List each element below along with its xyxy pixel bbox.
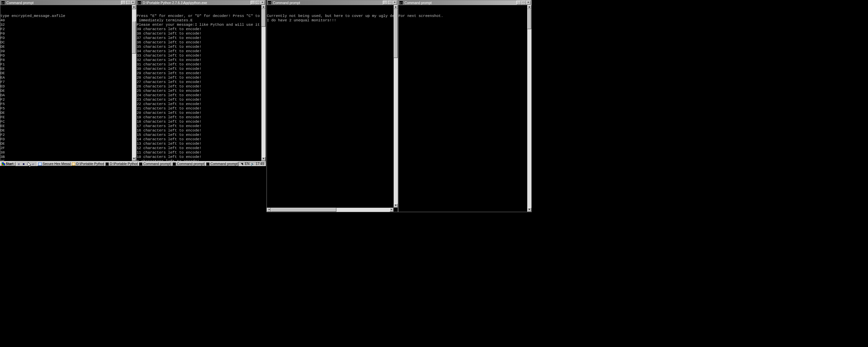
ie-icon [38, 162, 42, 166]
cmd-icon [105, 162, 109, 166]
console-window-3: c:\ Command prompt _ □ × Currently not b… [267, 0, 398, 212]
titlebar[interactable]: c:\ Command prompt _ □ × [267, 0, 398, 5]
console-window-2: c:\ D:\Portable Python 2.7.6.1\App\pytho… [136, 0, 266, 161]
taskbar-task-label: D:\Portable Python 2.7.6.1 [76, 162, 104, 166]
scroll-thumb[interactable] [527, 9, 531, 29]
quicklaunch-desktop-icon[interactable]: ▱ [31, 162, 36, 166]
cmd-icon: c:\ [1, 1, 5, 5]
titlebar[interactable]: c:\ Command prompt _ □ × [0, 0, 136, 5]
scroll-up-button[interactable]: ▲ [527, 5, 531, 9]
scroll-up-button[interactable]: ▲ [261, 5, 265, 9]
scroll-down-button[interactable]: ▼ [527, 208, 531, 212]
quicklaunch-separator [16, 162, 16, 166]
minimize-button[interactable]: _ [516, 1, 521, 5]
scroll-thumb[interactable] [132, 21, 136, 54]
window-title: Command prompt [273, 1, 383, 5]
start-label: Start [6, 162, 14, 166]
scroll-left-button[interactable]: ◄ [267, 208, 271, 212]
console-window-4: c:\ Command prompt _ □ × For next screen… [398, 0, 532, 212]
taskbar-task-button[interactable]: D:\Portable Python 2.7.6... [104, 162, 138, 166]
maximize-button[interactable]: □ [255, 1, 260, 5]
vertical-scrollbar[interactable]: ▲ ▼ [261, 5, 265, 161]
cmd-icon [206, 162, 210, 166]
maximize-button[interactable]: □ [126, 1, 131, 5]
taskbar-task-label: Command prompt [143, 162, 171, 166]
start-button[interactable]: Start [0, 162, 15, 166]
quicklaunch-cmd-icon[interactable]: ■ [21, 162, 26, 166]
cmd-icon [139, 162, 142, 166]
scroll-thumb[interactable] [394, 9, 398, 58]
cmd-icon: c:\ [137, 1, 141, 5]
taskbar-task-button[interactable]: D:\Portable Python 2.7.6.1 [71, 162, 104, 166]
system-tray: ◥ EN 🔊 17:49 [238, 162, 266, 166]
cmd-icon: c:\ [399, 1, 403, 5]
scroll-track[interactable] [261, 9, 265, 157]
vertical-scrollbar[interactable]: ▲ ▼ [527, 5, 531, 212]
taskbar-task-button[interactable]: Secure Hex Message En... [37, 162, 71, 166]
scroll-down-button[interactable]: ▼ [132, 157, 136, 161]
taskbar-task-button[interactable]: Command prompt [205, 162, 238, 166]
tray-indicator-icon[interactable]: ◥ [240, 162, 243, 166]
taskbar-task-label: Secure Hex Message En... [43, 162, 71, 166]
scroll-up-button[interactable]: ▲ [394, 5, 398, 9]
vertical-scrollbar[interactable]: ▲ ▼ [132, 5, 136, 161]
close-button[interactable]: × [392, 1, 397, 5]
maximize-button[interactable]: □ [521, 1, 526, 5]
close-button[interactable]: × [526, 1, 531, 5]
console-output[interactable]: type encrypted_message.axfile 40 32 F2 F… [0, 5, 136, 161]
language-indicator[interactable]: EN [245, 162, 250, 166]
window-title: Command prompt [6, 1, 121, 5]
scroll-down-button[interactable]: ▼ [261, 157, 265, 161]
taskbar-task-label: Command prompt [177, 162, 204, 166]
taskbar-task-button[interactable]: Command prompt [172, 162, 205, 166]
clock[interactable]: 17:49 [256, 162, 264, 166]
scroll-thumb[interactable] [261, 9, 265, 27]
console-output[interactable]: For next screenshot. [398, 5, 531, 212]
console-output[interactable]: Currently not being used, but here to co… [267, 5, 398, 212]
scroll-track[interactable] [527, 9, 531, 208]
close-button[interactable]: × [131, 1, 135, 5]
windows-flag-icon [2, 162, 5, 165]
minimize-button[interactable]: _ [383, 1, 388, 5]
scroll-track[interactable] [394, 9, 398, 204]
volume-icon[interactable]: 🔊 [251, 162, 254, 166]
minimize-button[interactable]: _ [121, 1, 126, 5]
close-button[interactable]: × [260, 1, 265, 5]
folder-icon [72, 162, 75, 166]
console-output[interactable]: Press "E" for encoder, or "D" for decode… [137, 5, 265, 161]
scroll-track[interactable] [132, 9, 136, 157]
taskbar-task-label: Command prompt [211, 162, 238, 166]
quicklaunch-ie-icon[interactable]: e [17, 162, 21, 166]
scroll-right-button[interactable]: ► [390, 208, 394, 212]
quicklaunch-separator [36, 162, 37, 166]
vertical-scrollbar[interactable]: ▲ ▼ [394, 5, 398, 208]
cmd-icon: c:\ [268, 1, 272, 5]
quicklaunch-explorer-icon[interactable]: ▭ [26, 162, 31, 166]
window-title: Command prompt [405, 1, 516, 5]
cmd-icon [173, 162, 176, 166]
minimize-button[interactable]: _ [251, 1, 255, 5]
titlebar[interactable]: c:\ Command prompt _ □ × [398, 0, 531, 5]
scroll-up-button[interactable]: ▲ [132, 5, 136, 9]
horizontal-scrollbar[interactable]: ◄ ► [267, 208, 394, 212]
maximize-button[interactable]: □ [388, 1, 392, 5]
taskbar-task-button[interactable]: Command prompt [138, 162, 171, 166]
console-window-1: c:\ Command prompt _ □ × type encrypted_… [0, 0, 136, 161]
titlebar[interactable]: c:\ D:\Portable Python 2.7.6.1\App\pytho… [137, 0, 265, 5]
scroll-thumb-h[interactable] [271, 208, 336, 212]
window-title: D:\Portable Python 2.7.6.1\App\python.ex… [143, 1, 251, 5]
scroll-track-h[interactable] [271, 208, 390, 212]
taskbar: Start e ■ ▭ ▱ Secure Hex Message En...D:… [0, 161, 266, 166]
scroll-down-button[interactable]: ▼ [394, 204, 398, 208]
taskbar-task-label: D:\Portable Python 2.7.6... [110, 162, 138, 166]
